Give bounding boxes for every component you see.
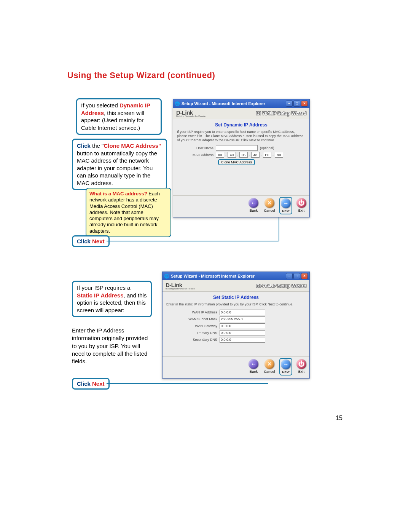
label: Exit (298, 370, 305, 374)
secondary-dns-label: Secondary DNS (166, 338, 220, 342)
text: Enter the IP Address information origina… (72, 327, 148, 364)
wan-ip-input[interactable] (220, 310, 265, 315)
ie-icon: 🌐 (175, 101, 180, 106)
ie-icon: 🌐 (164, 274, 169, 279)
callout-static-ip-intro: If your ISP requires a Static IP Address… (72, 281, 152, 317)
click-next-badge-1: Click Next (72, 235, 110, 247)
wizard-section-title: Set Static IP Address (166, 295, 306, 300)
wizard-header: D-Link Building Networks for People DI-7… (173, 108, 309, 119)
mac-octet-1[interactable] (228, 152, 236, 158)
label: Cancel (264, 209, 275, 212)
connector-line (107, 383, 268, 384)
text-red: Static IP Address (77, 292, 124, 299)
back-button[interactable]: ← Back (249, 359, 258, 374)
cancel-icon: × (264, 198, 274, 208)
connector-line (107, 241, 279, 241)
label: Next (282, 370, 290, 374)
label: Next (282, 209, 290, 213)
wizard-section-title: Set Dynamic IP Address (177, 122, 306, 128)
wizard-description: If your ISP require you to enter a speci… (177, 130, 306, 142)
minimize-button[interactable]: – (286, 273, 293, 279)
text-click: Click (77, 142, 91, 149)
brand-tagline: Building Networks for People (176, 115, 206, 117)
brand-tagline: Building Networks for People (166, 288, 195, 290)
next-icon: → (281, 359, 291, 369)
cancel-button[interactable]: × Cancel (264, 198, 275, 213)
secondary-dns-input[interactable] (220, 337, 265, 343)
mac-octet-3[interactable] (251, 152, 260, 158)
next-icon: → (281, 198, 291, 208)
wizard-description: Enter in the static IP information provi… (166, 302, 306, 307)
primary-dns-label: Primary DNS (166, 331, 220, 335)
wizard-name: DI-704UP Setup Wizard (256, 283, 306, 289)
window-titlebar: 🌐 Setup Wizard - Microsoft Internet Expl… (162, 272, 309, 280)
close-button[interactable]: × (301, 101, 308, 107)
exit-icon: ⏻ (296, 359, 306, 369)
text-click: Click (77, 380, 92, 387)
mac-octet-2[interactable] (239, 152, 248, 158)
maximize-button[interactable]: □ (293, 273, 300, 279)
back-icon: ← (249, 198, 258, 208)
text: If your ISP requires a (77, 284, 131, 291)
text-next: Next (92, 380, 105, 387)
close-button[interactable]: × (301, 273, 308, 279)
page-number: 15 (336, 415, 342, 422)
info-static-ip: Enter the IP Address information origina… (72, 327, 154, 365)
mac-octet-0[interactable] (216, 152, 224, 158)
note-body: Each network adapter has a discrete Medi… (89, 191, 160, 234)
next-button[interactable]: → Next (280, 359, 291, 374)
hostname-label: Host Name (177, 146, 216, 150)
back-button[interactable]: ← Back (249, 198, 258, 213)
wizard-footer: ← Back × Cancel → Next ⏻ Exit (162, 356, 309, 378)
text: button to automatically copy the MAC add… (77, 150, 157, 186)
text-next: Next (92, 238, 105, 244)
minimize-button[interactable]: – (286, 101, 293, 107)
hostname-input[interactable] (216, 145, 258, 151)
text-red: Clone MAC Address" (104, 142, 161, 149)
mac-label: MAC Address (177, 153, 216, 157)
wan-subnet-label: WAN Subnet Mask (166, 317, 220, 321)
optional-label: (optional) (260, 146, 274, 150)
callout-dynamic-ip-intro: If you selected Dynamic IP Address, this… (76, 98, 162, 135)
connector-line (279, 217, 279, 241)
label: Back (250, 370, 258, 374)
label: Cancel (264, 370, 275, 374)
wan-gateway-label: WAN Gateway (166, 324, 220, 328)
label: Exit (298, 209, 305, 212)
wan-subnet-input[interactable] (220, 316, 265, 322)
window-title: Setup Wizard - Microsoft Internet Explor… (182, 101, 265, 106)
cancel-icon: × (264, 359, 274, 369)
note-title: What is a MAC address? (89, 191, 147, 197)
note-mac-address: What is a MAC address? Each network adap… (86, 188, 171, 237)
clone-mac-button[interactable]: Clone MAC Address (218, 159, 255, 165)
mac-octet-5[interactable] (275, 152, 283, 158)
wizard-footer: ← Back × Cancel → Next ⏻ Exit (173, 195, 309, 217)
wan-gateway-input[interactable] (220, 323, 265, 329)
page-title: Using the Setup Wizard (continued) (67, 70, 215, 80)
screenshot-static-ip: 🌐 Setup Wizard - Microsoft Internet Expl… (162, 272, 310, 379)
mac-octet-4[interactable] (263, 152, 271, 158)
exit-button[interactable]: ⏻ Exit (296, 198, 306, 213)
wizard-name: DI-704UP Setup Wizard (256, 111, 306, 116)
primary-dns-input[interactable] (220, 330, 265, 336)
click-next-badge-2: Click Next (72, 378, 110, 390)
window-titlebar: 🌐 Setup Wizard - Microsoft Internet Expl… (173, 99, 309, 108)
back-icon: ← (249, 359, 258, 369)
screenshot-dynamic-ip: 🌐 Setup Wizard - Microsoft Internet Expl… (173, 99, 310, 217)
maximize-button[interactable]: □ (293, 101, 300, 107)
window-title: Setup Wizard - Microsoft Internet Explor… (171, 274, 255, 278)
next-button[interactable]: → Next (280, 198, 291, 213)
text: If you selected (81, 102, 119, 109)
wan-ip-label: WAN IP Address (166, 310, 220, 314)
label: Back (250, 209, 258, 212)
cancel-button[interactable]: × Cancel (264, 359, 275, 374)
exit-button[interactable]: ⏻ Exit (296, 359, 306, 374)
callout-clone-mac: Click the "Clone MAC Address" button to … (72, 139, 167, 190)
wizard-header: D-Link Building Networks for People DI-7… (162, 280, 309, 292)
text: the " (91, 142, 104, 149)
exit-icon: ⏻ (296, 198, 306, 208)
text-click: Click (77, 238, 92, 244)
